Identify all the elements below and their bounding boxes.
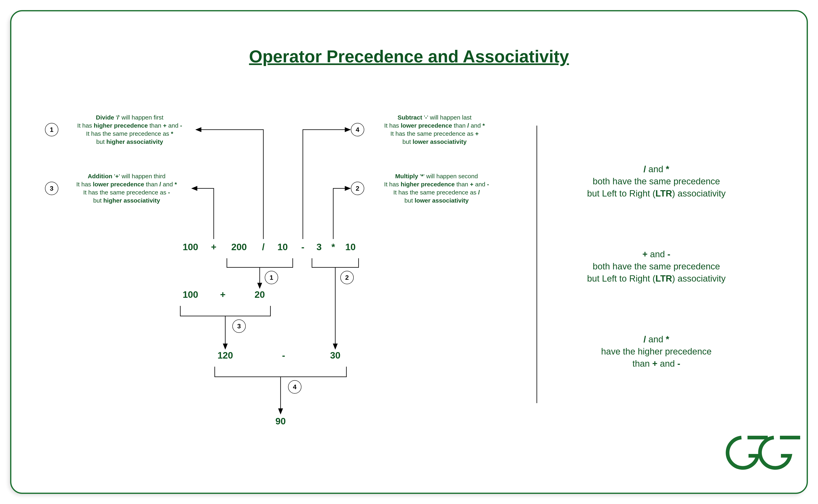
ann2-l1: Multiply '*' will happen second [395, 173, 478, 179]
ann4-l3: It has the same precedence as + [390, 130, 479, 137]
ann4-num: 4 [356, 126, 359, 133]
s1-op: + [220, 289, 226, 300]
diagram-canvas: 100 + 200 / 10 - 3 * 10 1 2 100 + 20 3 1… [10, 10, 808, 494]
s1-a: 100 [183, 289, 198, 300]
ann4-l2: It has lower precedence than / and * [384, 122, 485, 129]
tok-10a: 10 [277, 242, 288, 252]
ann4-l4: but lower associativity [403, 138, 467, 145]
sidebar-block-1: / and * both have the same precedence bu… [587, 164, 726, 198]
s3-a: 120 [218, 350, 233, 361]
ann3-l3: It has the same precedence as - [83, 189, 170, 196]
sidebar-block-3: / and * have the higher precedence than … [601, 334, 712, 368]
tok-plus: + [211, 242, 217, 252]
sidebar-block-2: + and - both have the same precedence bu… [587, 249, 726, 283]
badge-step1-num: 1 [270, 274, 273, 281]
ann1-l3: It has the same precedence as * [86, 130, 173, 137]
badge-step3-num: 3 [237, 322, 241, 330]
sb1-l1: / and * [643, 164, 669, 174]
ann3-l2: It has lower precedence than / and * [76, 181, 177, 188]
bracket-step4 [215, 367, 346, 377]
ann3-arrow [192, 188, 214, 239]
sb2-l2: both have the same precedence [593, 261, 720, 271]
sb1-l2: both have the same precedence [593, 176, 720, 186]
tok-div: / [262, 242, 265, 252]
bracket-step2 [312, 258, 359, 267]
s1-b: 20 [254, 289, 265, 300]
ann1-arrow [196, 130, 263, 239]
annotation-3: 3 Addition '+' will happen third It has … [45, 173, 214, 239]
tok-100: 100 [183, 242, 198, 252]
final-result: 90 [275, 416, 286, 426]
ann2-l3: It has the same precedence as / [393, 189, 480, 196]
tok-200: 200 [231, 242, 247, 252]
s3-b: 30 [330, 350, 340, 361]
expression-row: 100 + 200 / 10 - 3 * 10 [183, 242, 356, 252]
s3-op: - [282, 350, 285, 361]
badge-step4-num: 4 [293, 383, 297, 391]
tok-minus: - [301, 242, 304, 252]
sb3-l3: than + and - [632, 359, 680, 368]
ann2-arrow [333, 188, 350, 239]
bracket-step1 [227, 258, 293, 267]
sb2-l1: + and - [642, 249, 670, 259]
tok-10b: 10 [345, 242, 356, 252]
ann1-l4: but higher associativity [96, 138, 163, 145]
ann1-l1: Divide '/' will happen first [96, 114, 163, 121]
ann3-num: 3 [50, 185, 53, 192]
ann1-l2: It has higher precedence than + and - [77, 122, 182, 129]
sb3-l2: have the higher precedence [601, 346, 712, 356]
ann4-arrow [303, 130, 350, 239]
bracket-step3 [180, 306, 270, 316]
ann2-l4: but lower associativity [405, 197, 469, 204]
ann3-l1: Addition '+' will happen third [88, 173, 166, 179]
sb2-l3: but Left to Right (LTR) associativity [587, 273, 726, 283]
annotation-2: 2 Multiply '*' will happen second It has… [333, 173, 489, 239]
badge-step2-num: 2 [345, 274, 349, 281]
ann3-l4: but higher associativity [93, 197, 160, 204]
ann4-l1: Subtract '-' will happen last [398, 114, 472, 121]
ann1-num: 1 [50, 126, 53, 133]
ann2-num: 2 [356, 185, 359, 192]
tok-3: 3 [316, 242, 322, 252]
page: Operator Precedence and Associativity 10… [0, 0, 818, 504]
tok-mul: * [331, 242, 335, 252]
sb3-l1: / and * [643, 334, 669, 344]
sb1-l3: but Left to Right (LTR) associativity [587, 188, 726, 198]
logo-icon [728, 438, 800, 468]
ann2-l2: It has higher precedence than + and - [384, 181, 489, 188]
